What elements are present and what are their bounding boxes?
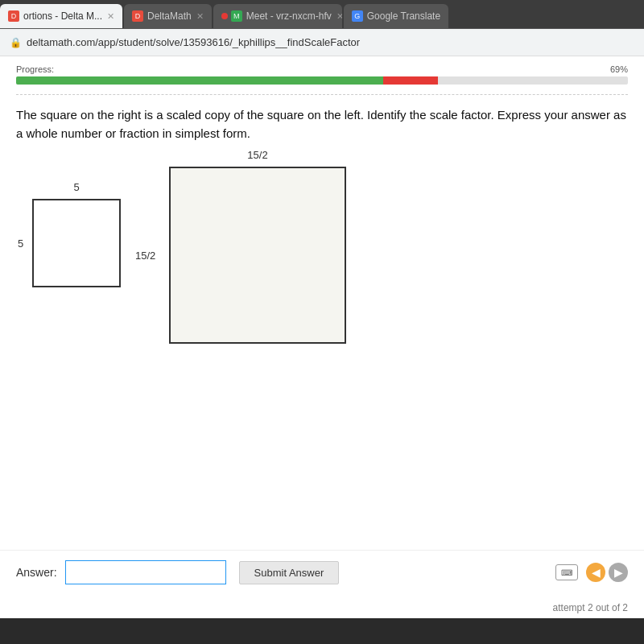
large-square-container: 15/2 15/2 [169, 167, 346, 344]
small-square-top-label: 5 [73, 181, 79, 193]
next-button[interactable]: ▶ [609, 563, 628, 582]
answer-input[interactable] [65, 560, 226, 584]
tab-close-meet[interactable]: ✕ [332, 11, 342, 22]
tab-label-translate: Google Translate [367, 10, 440, 22]
tab-meet[interactable]: M Meet - vrz-nxcm-hfv ✕ [213, 4, 342, 28]
meet-tab-dot [221, 13, 228, 19]
prev-button[interactable]: ◀ [586, 563, 605, 582]
address-bar: 🔒 deltamath.com/app/student/solve/135936… [0, 29, 644, 56]
url-text[interactable]: deltamath.com/app/student/solve/13593616… [27, 36, 634, 48]
progress-label-row: Progress: 69% [16, 64, 628, 74]
tab-favicon-delta: D [132, 10, 143, 22]
large-square-left-label: 15/2 [135, 250, 155, 262]
keyboard-icon[interactable]: ⌨ [555, 564, 578, 580]
progress-divider [16, 94, 628, 95]
progress-bar-red [383, 76, 438, 85]
tab-close-deltamath[interactable]: ✕ [192, 11, 204, 22]
progress-percent: 69% [610, 64, 628, 74]
large-square [169, 167, 346, 344]
tab-label-active: ortions - Delta M... [23, 10, 102, 22]
diagram-area: 5 5 15/2 15/2 [16, 159, 628, 400]
small-square [32, 199, 121, 287]
tab-label-meet: Meet - vrz-nxcm-hfv [246, 10, 332, 22]
small-square-left-label: 5 [18, 237, 23, 250]
answer-section: Answer: Submit Answer ⌨ ◀ ▶ [0, 550, 644, 594]
tab-favicon-delta-active: D [8, 10, 19, 22]
large-square-top-label: 15/2 [247, 149, 267, 161]
progress-bar [16, 76, 628, 85]
progress-label: Progress: [16, 64, 54, 74]
tab-deltamath[interactable]: D DeltaMath ✕ [124, 4, 212, 28]
answer-label: Answer: [16, 566, 57, 579]
tab-deltamath-active[interactable]: D ortions - Delta M... ✕ [0, 4, 122, 28]
page-content: Progress: 69% The square on the right is… [0, 56, 644, 618]
question-text: The square on the right is a scaled copy… [16, 106, 628, 142]
lock-icon: 🔒 [10, 37, 22, 48]
tab-bar: D ortions - Delta M... ✕ D DeltaMath ✕ M… [0, 0, 644, 29]
progress-container: Progress: 69% [16, 64, 628, 85]
tab-favicon-translate: G [352, 10, 363, 22]
progress-bar-green [16, 76, 383, 85]
attempt-text: attempt 2 out of 2 [553, 602, 628, 613]
nav-buttons: ◀ ▶ [586, 563, 628, 582]
tab-translate[interactable]: G Google Translate [344, 4, 448, 28]
tab-label-deltamath: DeltaMath [147, 10, 192, 22]
tab-favicon-meet: M [231, 10, 242, 22]
small-square-container: 5 5 [32, 199, 121, 287]
tab-close-active[interactable]: ✕ [102, 11, 114, 22]
submit-button[interactable]: Submit Answer [239, 561, 340, 584]
